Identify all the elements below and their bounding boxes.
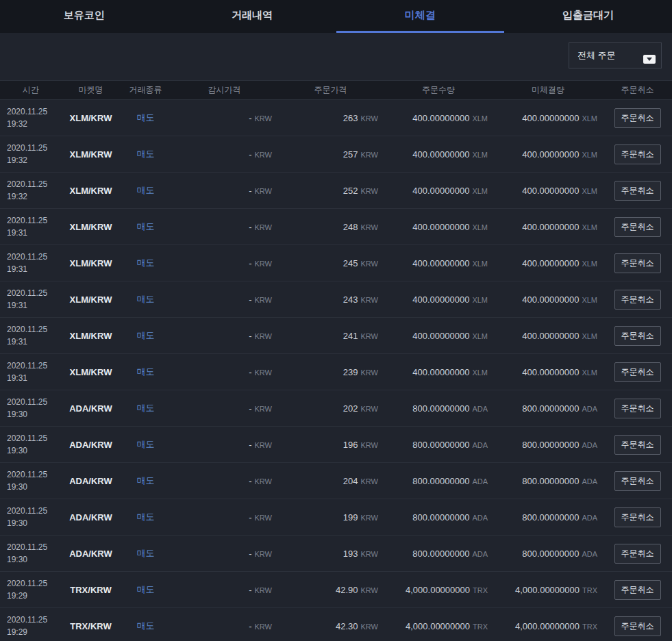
order-watch-price: -KRW bbox=[171, 221, 277, 233]
order-price: 42.30KRW bbox=[277, 620, 384, 632]
order-side: 매도 bbox=[120, 438, 171, 451]
order-quantity: 400.00000000XLM bbox=[384, 366, 493, 378]
cancel-order-button[interactable]: 주문취소 bbox=[614, 108, 661, 128]
order-market: XLM/KRW bbox=[62, 113, 120, 123]
order-cancel-cell: 주문취소 bbox=[603, 108, 672, 128]
cancel-order-button[interactable]: 주문취소 bbox=[614, 362, 661, 382]
order-date: 2020.11.25 bbox=[7, 505, 62, 517]
order-quantity: 400.00000000XLM bbox=[384, 221, 493, 233]
order-watch-price: -KRW bbox=[171, 148, 277, 160]
order-unfilled: 400.00000000XLM bbox=[493, 366, 603, 378]
filter-bar: 전체 주문 bbox=[0, 33, 672, 80]
cancel-order-button[interactable]: 주문취소 bbox=[614, 544, 661, 564]
order-filter-select[interactable]: 전체 주문 bbox=[569, 42, 662, 68]
order-price: 241KRW bbox=[277, 329, 384, 342]
order-clock: 19:32 bbox=[7, 190, 62, 203]
order-watch-price: -KRW bbox=[171, 112, 277, 124]
order-market: ADA/KRW bbox=[62, 549, 120, 559]
order-side: 매도 bbox=[120, 257, 171, 269]
cancel-order-button[interactable]: 주문취소 bbox=[614, 471, 661, 491]
order-date: 2020.11.25 bbox=[7, 105, 62, 118]
order-watch-price: -KRW bbox=[171, 511, 277, 523]
order-side: 매도 bbox=[120, 402, 171, 414]
order-watch-price: -KRW bbox=[171, 184, 277, 197]
order-cancel-cell: 주문취소 bbox=[603, 362, 672, 382]
tab-bar: 보유코인 거래내역 미체결 입출금대기 bbox=[0, 0, 672, 33]
column-header: 주문가격 bbox=[277, 84, 384, 96]
order-clock: 19:30 bbox=[7, 517, 62, 529]
cancel-order-button[interactable]: 주문취소 bbox=[614, 399, 661, 418]
cancel-order-button[interactable]: 주문취소 bbox=[614, 580, 661, 600]
order-watch-price: -KRW bbox=[171, 620, 277, 632]
order-time: 2020.11.25 19:30 bbox=[0, 432, 62, 457]
order-time: 2020.11.25 19:30 bbox=[0, 541, 62, 566]
column-header: 감시가격 bbox=[171, 84, 277, 96]
order-cancel-cell: 주문취소 bbox=[603, 290, 672, 310]
order-quantity: 400.00000000XLM bbox=[384, 184, 493, 197]
order-date: 2020.11.25 bbox=[7, 251, 62, 263]
orders-table: 2020.11.25 19:32 XLM/KRW 매도 -KRW 263KRW … bbox=[0, 100, 672, 641]
cancel-order-button[interactable]: 주문취소 bbox=[614, 507, 661, 527]
order-time: 2020.11.25 19:31 bbox=[0, 323, 62, 348]
column-header: 주문취소 bbox=[603, 84, 672, 96]
order-clock: 19:30 bbox=[7, 444, 62, 457]
order-time: 2020.11.25 19:31 bbox=[0, 251, 62, 275]
order-row: 2020.11.25 19:30 ADA/KRW 매도 -KRW 202KRW … bbox=[0, 390, 672, 427]
order-watch-price: -KRW bbox=[171, 583, 277, 596]
cancel-order-button[interactable]: 주문취소 bbox=[614, 181, 661, 201]
order-watch-price: -KRW bbox=[171, 438, 277, 451]
order-clock: 19:30 bbox=[7, 481, 62, 493]
order-watch-price: -KRW bbox=[171, 366, 277, 378]
tab-입출금대기[interactable]: 입출금대기 bbox=[504, 0, 672, 33]
cancel-order-button[interactable]: 주문취소 bbox=[614, 217, 661, 237]
order-date: 2020.11.25 bbox=[7, 214, 62, 227]
order-date: 2020.11.25 bbox=[7, 323, 62, 336]
order-row: 2020.11.25 19:29 TRX/KRW 매도 -KRW 42.30KR… bbox=[0, 608, 672, 641]
order-side: 매도 bbox=[120, 221, 171, 233]
order-time: 2020.11.25 19:32 bbox=[0, 142, 62, 166]
table-header-row: 시간마켓명거래종류감시가격주문가격주문수량미체결량주문취소 bbox=[0, 80, 672, 100]
order-clock: 19:30 bbox=[7, 408, 62, 420]
tab-보유코인[interactable]: 보유코인 bbox=[0, 0, 168, 33]
order-side: 매도 bbox=[120, 184, 171, 197]
order-quantity: 800.00000000ADA bbox=[384, 402, 493, 414]
order-price: 248KRW bbox=[277, 221, 384, 233]
cancel-order-button[interactable]: 주문취소 bbox=[614, 326, 661, 346]
order-date: 2020.11.25 bbox=[7, 178, 62, 190]
order-row: 2020.11.25 19:31 XLM/KRW 매도 -KRW 245KRW … bbox=[0, 245, 672, 281]
cancel-order-button[interactable]: 주문취소 bbox=[614, 435, 661, 455]
cancel-order-button[interactable]: 주문취소 bbox=[614, 290, 661, 310]
order-cancel-cell: 주문취소 bbox=[603, 580, 672, 600]
order-market: XLM/KRW bbox=[62, 149, 120, 160]
order-watch-price: -KRW bbox=[171, 257, 277, 269]
column-header: 거래종류 bbox=[120, 84, 171, 96]
order-side: 매도 bbox=[120, 112, 171, 124]
column-header: 시간 bbox=[0, 84, 62, 96]
order-unfilled: 400.00000000XLM bbox=[493, 148, 603, 160]
order-price: 196KRW bbox=[277, 438, 384, 451]
order-market: XLM/KRW bbox=[62, 258, 120, 268]
order-clock: 19:31 bbox=[7, 336, 62, 348]
cancel-order-button[interactable]: 주문취소 bbox=[614, 144, 661, 164]
order-price: 42.90KRW bbox=[277, 583, 384, 596]
order-unfilled: 400.00000000XLM bbox=[493, 221, 603, 233]
order-cancel-cell: 주문취소 bbox=[603, 616, 672, 636]
cancel-order-button[interactable]: 주문취소 bbox=[614, 253, 661, 273]
tab-거래내역[interactable]: 거래내역 bbox=[168, 0, 336, 33]
dropdown-arrow-icon bbox=[643, 55, 656, 64]
tab-label: 입출금대기 bbox=[562, 9, 614, 22]
order-time: 2020.11.25 19:31 bbox=[0, 287, 62, 312]
order-row: 2020.11.25 19:30 ADA/KRW 매도 -KRW 196KRW … bbox=[0, 427, 672, 463]
order-clock: 19:30 bbox=[7, 553, 62, 566]
order-market: ADA/KRW bbox=[62, 476, 120, 486]
tab-미체결[interactable]: 미체결 bbox=[336, 0, 504, 33]
order-row: 2020.11.25 19:31 XLM/KRW 매도 -KRW 243KRW … bbox=[0, 281, 672, 318]
column-header: 마켓명 bbox=[62, 84, 120, 96]
order-side: 매도 bbox=[120, 620, 171, 632]
order-quantity: 800.00000000ADA bbox=[384, 438, 493, 451]
order-unfilled: 800.00000000ADA bbox=[493, 402, 603, 414]
order-row: 2020.11.25 19:32 XLM/KRW 매도 -KRW 252KRW … bbox=[0, 173, 672, 209]
order-side: 매도 bbox=[120, 583, 171, 596]
cancel-order-button[interactable]: 주문취소 bbox=[614, 616, 661, 636]
order-unfilled: 400.00000000XLM bbox=[493, 329, 603, 342]
